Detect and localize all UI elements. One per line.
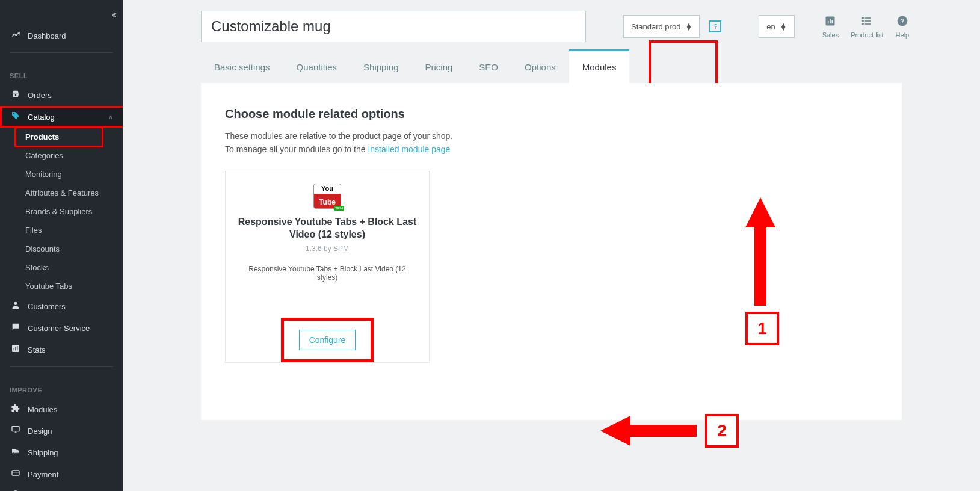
quick-links: Sales Product list ? Help	[822, 15, 910, 39]
sidebar-sub-monitoring[interactable]: Monitoring	[0, 165, 123, 184]
person-icon	[10, 300, 22, 312]
sidebar-item-label: Dashboard	[28, 31, 66, 40]
svg-rect-18	[830, 19, 831, 23]
sidebar-item-label: Stats	[28, 345, 46, 354]
sidebar-collapse-icon[interactable]: ‹‹	[0, 5, 123, 25]
sidebar-sub-categories[interactable]: Categories	[0, 146, 123, 165]
sidebar-item-dashboard[interactable]: Dashboard	[0, 25, 123, 46]
panel-desc-line1: These modules are relative to the produc…	[225, 131, 452, 141]
trending-up-icon	[10, 29, 22, 42]
chat-icon	[10, 322, 22, 334]
svg-text:?: ?	[900, 17, 904, 25]
panel-description: These modules are relative to the produc…	[225, 129, 878, 156]
svg-rect-19	[832, 20, 833, 23]
tag-icon	[10, 111, 22, 123]
sidebar-item-label: Payment	[28, 470, 58, 479]
credit-card-icon	[10, 468, 22, 480]
module-meta: 1.3.6 by SPM	[238, 244, 417, 253]
puzzle-icon	[10, 403, 22, 415]
sidebar-item-customer-service[interactable]: Customer Service	[0, 317, 123, 339]
svg-point-1	[14, 302, 17, 305]
sidebar-item-payment[interactable]: Payment	[0, 463, 123, 485]
product-tabs: Basic settings Quantities Shipping Prici…	[123, 49, 980, 83]
main-content: Standard prod ▲▼ ? en ▲▼ Sales	[123, 0, 980, 491]
installed-modules-link[interactable]: Installed module page	[368, 144, 450, 154]
tab-basic[interactable]: Basic settings	[201, 51, 283, 83]
help-hint-icon[interactable]: ?	[709, 20, 721, 32]
sidebar-item-shipping[interactable]: Shipping	[0, 442, 123, 463]
svg-rect-11	[12, 471, 19, 475]
tab-seo[interactable]: SEO	[466, 51, 511, 83]
language-dropdown[interactable]: en ▲▼	[759, 15, 794, 38]
help-icon: ?	[896, 15, 908, 30]
configure-button[interactable]: Configure	[299, 330, 356, 350]
panel-title: Choose module related options	[225, 107, 878, 121]
sidebar-sub-stocks[interactable]: Stocks	[0, 258, 123, 277]
annotation-arrow-up	[745, 197, 775, 306]
svg-marker-29	[600, 416, 697, 446]
svg-point-0	[13, 113, 14, 114]
monitor-icon	[10, 425, 22, 437]
dropdown-value: Standard prod	[631, 22, 680, 31]
bar-chart-icon	[10, 344, 22, 356]
sidebar-item-modules[interactable]: Modules	[0, 398, 123, 420]
svg-rect-6	[12, 427, 19, 431]
sidebar-item-stats[interactable]: Stats	[0, 339, 123, 360]
svg-point-10	[17, 452, 19, 454]
sidebar-item-label: Customers	[28, 302, 66, 311]
sidebar-item-label: Customer Service	[28, 324, 90, 333]
sidebar-item-label: Shipping	[28, 448, 58, 457]
sidebar-sub-brands[interactable]: Brands & Suppliers	[0, 202, 123, 221]
stats-icon	[824, 15, 836, 30]
module-title: Responsive Youtube Tabs + Block Last Vid…	[238, 216, 417, 241]
sidebar-sub-files[interactable]: Files	[0, 221, 123, 239]
tab-shipping[interactable]: Shipping	[350, 51, 411, 83]
svg-rect-4	[15, 347, 16, 350]
sidebar-sub-attributes[interactable]: Attributes & Features	[0, 184, 123, 202]
svg-point-25	[863, 23, 864, 25]
sidebar-item-design[interactable]: Design	[0, 420, 123, 442]
sort-arrows-icon: ▲▼	[685, 23, 692, 30]
tab-pricing[interactable]: Pricing	[411, 51, 466, 83]
svg-rect-5	[17, 346, 17, 350]
quicklink-label: Sales	[822, 31, 839, 39]
sidebar-item-label: Design	[28, 427, 52, 436]
module-badge: SPM	[334, 206, 344, 211]
sidebar-item-international[interactable]: International	[0, 485, 123, 491]
sort-arrows-icon: ▲▼	[780, 23, 787, 30]
tab-quantities[interactable]: Quantities	[283, 51, 351, 83]
sidebar-section-improve: IMPROVE	[0, 373, 123, 398]
top-toolbar: Standard prod ▲▼ ? en ▲▼ Sales	[123, 0, 980, 49]
tab-options[interactable]: Options	[511, 51, 569, 83]
sidebar-item-label: Orders	[28, 91, 52, 100]
quicklink-sales[interactable]: Sales	[822, 15, 839, 39]
list-icon	[861, 15, 873, 30]
svg-point-9	[13, 452, 14, 454]
svg-point-24	[863, 20, 864, 22]
module-description: Responsive Youtube Tabs + Block Last Vid…	[238, 265, 417, 282]
modules-panel: Choose module related options These modu…	[201, 83, 902, 420]
truck-icon	[10, 446, 22, 459]
sidebar-item-orders[interactable]: Orders	[0, 84, 123, 106]
basket-icon	[10, 89, 22, 101]
module-card: SPM Responsive Youtube Tabs + Block Last…	[225, 171, 430, 363]
product-type-dropdown[interactable]: Standard prod ▲▼	[623, 15, 700, 38]
chevron-up-icon: ∧	[108, 113, 113, 121]
product-name-input[interactable]	[201, 11, 586, 42]
annotation-number-1: 1	[745, 312, 779, 345]
tab-modules[interactable]: Modules	[569, 49, 630, 83]
quicklink-help[interactable]: ? Help	[896, 15, 910, 39]
sidebar-section-sell: SELL	[0, 59, 123, 84]
divider	[10, 52, 113, 53]
quicklink-product-list[interactable]: Product list	[851, 15, 883, 39]
sidebar-item-label: Catalog	[28, 113, 55, 122]
sidebar-item-customers[interactable]: Customers	[0, 295, 123, 317]
divider	[10, 366, 113, 367]
sidebar-sub-discounts[interactable]: Discounts	[0, 239, 123, 258]
svg-marker-28	[745, 197, 775, 306]
sidebar-item-catalog[interactable]: Catalog ∧	[0, 106, 123, 128]
sidebar-sub-youtube-tabs[interactable]: Youtube Tabs	[0, 277, 123, 295]
svg-point-23	[863, 17, 864, 19]
sidebar-sub-products[interactable]: Products	[0, 128, 123, 146]
svg-rect-3	[14, 348, 14, 350]
